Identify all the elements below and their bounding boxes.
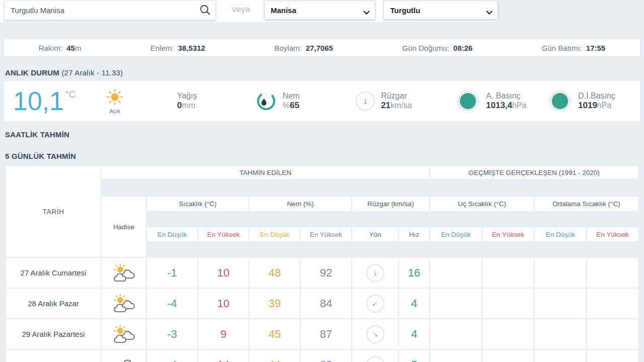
pressure-metric: A. Basınç 1013,4hPa (456, 89, 548, 113)
current-temperature-unit: °C (65, 89, 75, 100)
precipitation-label: Yağış (177, 92, 197, 101)
average-max-cell (587, 258, 638, 288)
province-select-value: Manisa (271, 6, 296, 15)
subheader-average-max: En Yüksek (587, 227, 638, 241)
temp-min-cell: -3 (147, 319, 197, 349)
latitude: Enlem: 38,5312 (150, 44, 205, 52)
average-min-cell (535, 289, 586, 318)
forecast-date: 29 Aralık Pazartesi (6, 319, 101, 349)
province-select[interactable]: Manisa (264, 1, 376, 20)
sunrise-value: 08:26 (453, 44, 472, 52)
temp-max-cell: 10 (198, 289, 249, 318)
average-min-cell (535, 258, 586, 288)
wind-direction-cell: ↓ (352, 289, 398, 318)
wind-direction-cell: ↓ (352, 350, 398, 362)
humidity-value: 65 (290, 101, 299, 110)
subheader-humidity-max: En Yüksek (301, 227, 351, 241)
wind-speed-cell: 4 (399, 289, 429, 318)
temp-max-cell: 9 (198, 319, 249, 349)
forecast-date: 28 Aralık Pazar (6, 289, 101, 318)
wind-speed-cell: 16 (399, 258, 429, 288)
wind-direction-cell: ↓ (352, 319, 398, 349)
search-icon[interactable] (199, 4, 212, 17)
wind-arrow-glyph: ↓ (363, 96, 368, 107)
longitude-value: 27,7065 (306, 44, 333, 52)
pressure-icon (460, 93, 476, 109)
pressure-label: A. Basınç (486, 92, 526, 101)
hourly-forecast-title[interactable]: SAATLİK TAHMİN (5, 130, 644, 139)
humidity-label: Nem (283, 92, 300, 101)
wind-direction-icon: ↓ (366, 295, 384, 313)
column-header-date: TARİH (6, 166, 101, 257)
search-input[interactable] (4, 0, 216, 20)
subheader-extreme-min: En Düşük (430, 227, 481, 241)
humidity-metric: Nem %65 (256, 90, 328, 112)
sun-behind-clouds-icon (102, 289, 146, 318)
wind-direction-icon: ↓ (366, 264, 384, 282)
wind-arrow-glyph: ↓ (371, 359, 379, 362)
altitude-label: Rakım: (39, 44, 63, 52)
current-conditions-card: 10,1 °C Açık Yağış 0mm Nem %65 (4, 81, 640, 121)
wind-arrow-glyph: ↓ (370, 298, 380, 308)
current-condition: Açık (98, 88, 132, 114)
sun-behind-clouds-icon (102, 319, 146, 349)
daily-forecast-title[interactable]: 5 GÜNLÜK TAHMİN (5, 152, 644, 160)
humidity-max-cell: 83 (301, 350, 351, 362)
wind-arrow-glyph: ↓ (370, 329, 380, 339)
temp-min-cell: -4 (147, 350, 197, 362)
altitude: Rakım: 45m (39, 44, 82, 52)
wind-direction-icon: ↓ (356, 92, 375, 111)
sea-level-pressure-label: D.İ.Basınç (578, 92, 615, 101)
column-header-humidity: Nem (%) (250, 197, 351, 211)
longitude-label: Boylam: (274, 44, 301, 52)
altitude-unit: m (75, 44, 82, 52)
sea-level-pressure-unit: hPa (597, 101, 611, 110)
subheader-temp-max: En Yüksek (198, 227, 249, 241)
chevron-down-icon (486, 8, 493, 17)
humidity-max-cell: 92 (301, 258, 351, 288)
column-header-average-temp: Ortalama Sıcaklık (°C) (535, 197, 638, 211)
sun-behind-clouds-icon (102, 258, 146, 288)
search-box (4, 0, 216, 20)
humidity-icon (256, 90, 277, 112)
average-min-cell (535, 350, 586, 362)
humidity-min-cell: 44 (250, 350, 300, 362)
longitude: Boylam: 27,7065 (274, 44, 333, 52)
wind-speed-cell: 4 (399, 319, 429, 349)
subheader-wind-speed: Hız (399, 227, 429, 241)
district-select-value: Turgutlu (390, 6, 420, 15)
five-day-forecast-table: TARİH TAHMİN EDİLEN GEÇMİŞTE GERÇEKLEŞEN… (6, 166, 638, 362)
group-header-historical: GEÇMİŞTE GERÇEKLEŞEN (1991 - 2020) (430, 166, 638, 179)
current-condition-label: Açık (98, 108, 132, 114)
extreme-max-cell (482, 258, 534, 288)
district-select[interactable]: Turgutlu (383, 1, 498, 20)
wind-direction-icon: ↓ (366, 356, 384, 362)
sunrise-label: Gün Doğumu: (402, 44, 449, 52)
precipitation-unit: mm (182, 101, 195, 110)
column-header-wind: Rüzgar (km/sa) (352, 197, 429, 211)
precipitation-value: 0 (177, 101, 182, 110)
precipitation-metric: Yağış 0mm (177, 92, 233, 111)
pressure-value: 1013,4 (486, 101, 512, 110)
top-search-bar: veya Manisa Turgutlu (0, 0, 498, 22)
column-header-event: Hadise (102, 197, 146, 257)
altitude-value: 45 (66, 44, 75, 52)
temp-min-cell: -1 (147, 258, 197, 288)
humidity-min-cell: 39 (250, 289, 300, 318)
humidity-max-cell: 87 (301, 319, 351, 349)
extreme-max-cell (482, 319, 534, 349)
cloudy-icon (102, 350, 146, 362)
pressure-unit: hPa (512, 101, 526, 110)
average-max-cell (587, 350, 638, 362)
extreme-min-cell (430, 319, 481, 349)
latitude-value: 38,5312 (178, 44, 205, 52)
extreme-min-cell (430, 350, 481, 362)
sun-icon (106, 88, 123, 106)
temp-max-cell: 10 (198, 258, 249, 288)
sunset: Gün Batımı: 17:55 (542, 44, 605, 52)
current-title-timestamp: (27 Aralık - 11.33) (61, 68, 123, 77)
subheader-wind-direction: Yön (352, 227, 398, 241)
column-header-extreme-temp: Uç Sıcaklık (°C) (430, 197, 534, 211)
temp-min-cell: -4 (147, 289, 197, 318)
current-section-title: ANLIK DURUM (27 Aralık - 11.33) (5, 68, 644, 77)
